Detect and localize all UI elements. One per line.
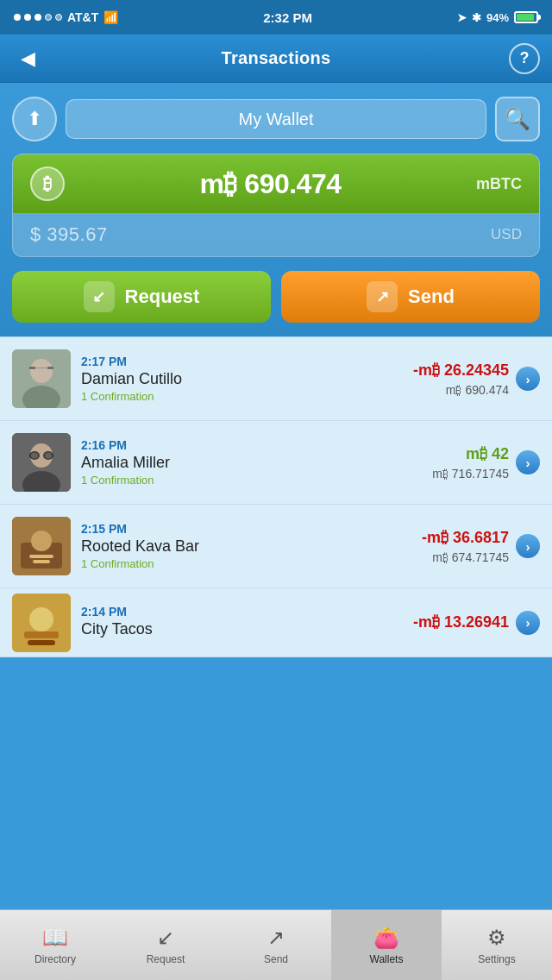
tx-time: 2:16 PM <box>81 438 432 452</box>
btc-balance-row: ₿ m₿ 690.474 mBTC <box>13 154 539 213</box>
tx-confirm: 1 Confirmation <box>81 557 422 570</box>
main-content: ⬆ My Wallet 🔍 ₿ m₿ 690.474 mBTC $ 395.67… <box>0 83 552 336</box>
tx-name: Damian Cutillo <box>81 370 413 388</box>
location-icon: ➤ <box>457 11 467 24</box>
svg-point-12 <box>45 453 52 459</box>
tab-send[interactable]: ↗ Send <box>221 910 331 980</box>
tab-directory[interactable]: 📖 Directory <box>0 910 110 980</box>
status-bar: AT&T 📶 2:32 PM ➤ ✱ 94% <box>0 0 552 35</box>
tx-confirm: 1 Confirmation <box>81 390 413 403</box>
avatar <box>12 594 71 652</box>
transaction-info: 2:14 PM City Tacos <box>81 605 413 640</box>
status-right: ➤ ✱ 94% <box>457 11 538 24</box>
share-button[interactable]: ⬆ <box>12 97 57 141</box>
tx-time: 2:17 PM <box>81 355 413 368</box>
carrier-label: AT&T <box>67 10 98 24</box>
settings-tab-icon: ⚙ <box>487 926 506 950</box>
svg-point-11 <box>31 453 38 459</box>
table-row[interactable]: 2:15 PM Rooted Kava Bar 1 Confirmation -… <box>0 505 552 588</box>
bitcoin-icon: ₿ <box>30 166 65 201</box>
request-icon: ↙ <box>84 281 115 312</box>
usd-unit: USD <box>491 226 522 243</box>
svg-point-19 <box>29 607 53 631</box>
tab-wallets[interactable]: 👛 Wallets <box>331 910 442 980</box>
transaction-info: 2:17 PM Damian Cutillo 1 Confirmation <box>81 355 413 403</box>
tx-detail-button[interactable]: › <box>516 534 540 558</box>
tx-amounts: m₿ 42 m₿ 716.71745 <box>432 445 509 481</box>
avatar <box>12 349 71 408</box>
request-button[interactable]: ↙ Request <box>12 271 271 323</box>
usd-amount: $ 395.67 <box>30 223 108 246</box>
tx-amounts: -m₿ 36.6817 m₿ 674.71745 <box>422 529 509 564</box>
tx-amount: -m₿ 13.26941 <box>413 613 509 631</box>
tx-detail-button[interactable]: › <box>516 367 540 391</box>
tab-wallets-label: Wallets <box>370 953 404 965</box>
svg-rect-16 <box>29 555 53 558</box>
svg-point-15 <box>31 531 52 551</box>
tab-request[interactable]: ↙ Request <box>110 910 221 980</box>
table-row[interactable]: 2:14 PM City Tacos -m₿ 13.26941 › <box>0 588 552 657</box>
balance-card: ₿ m₿ 690.474 mBTC $ 395.67 USD <box>12 154 540 257</box>
wallet-header-row: ⬆ My Wallet 🔍 <box>12 97 540 141</box>
btc-unit: mBTC <box>476 175 522 193</box>
tab-settings[interactable]: ⚙ Settings <box>442 910 552 980</box>
tx-name: Rooted Kava Bar <box>81 537 422 556</box>
svg-rect-17 <box>33 560 50 563</box>
usd-balance-row: $ 395.67 USD <box>13 213 539 256</box>
battery-icon <box>514 11 538 23</box>
tx-balance: m₿ 716.71745 <box>432 467 509 481</box>
tab-settings-label: Settings <box>478 953 515 965</box>
bluetooth-icon: ✱ <box>472 11 481 24</box>
search-icon: 🔍 <box>505 107 530 131</box>
directory-icon: 📖 <box>42 926 68 950</box>
search-button[interactable]: 🔍 <box>495 97 540 141</box>
send-icon: ↗ <box>367 281 398 312</box>
status-time: 2:32 PM <box>263 10 312 25</box>
svg-rect-21 <box>28 640 55 645</box>
send-label: Send <box>408 286 455 308</box>
tx-time: 2:14 PM <box>81 605 413 619</box>
table-row[interactable]: 2:17 PM Damian Cutillo 1 Confirmation -m… <box>0 337 552 421</box>
btc-amount: m₿ 690.474 <box>199 168 341 200</box>
action-buttons: ↙ Request ↗ Send <box>12 271 540 323</box>
transaction-info: 2:15 PM Rooted Kava Bar 1 Confirmation <box>81 522 422 570</box>
tx-name: Amalia Miller <box>81 454 432 472</box>
svg-rect-5 <box>29 368 53 368</box>
share-icon: ⬆ <box>27 108 42 130</box>
tab-directory-label: Directory <box>34 953 76 965</box>
avatar <box>12 433 71 492</box>
tx-detail-button[interactable]: › <box>516 611 540 635</box>
tx-detail-button[interactable]: › <box>516 450 540 474</box>
tx-amount: -m₿ 26.24345 <box>413 361 509 380</box>
nav-bar: ◀ Transactions ? <box>0 35 552 83</box>
table-row[interactable]: 2:16 PM Amalia Miller 1 Confirmation m₿ … <box>0 421 552 505</box>
tx-amounts: -m₿ 26.24345 m₿ 690.474 <box>413 361 509 397</box>
tx-amount: m₿ 42 <box>466 445 509 463</box>
page-title: Transactions <box>222 48 331 68</box>
svg-point-1 <box>30 359 53 383</box>
wallet-name-label: My Wallet <box>238 110 313 129</box>
avatar <box>12 517 71 575</box>
request-tab-icon: ↙ <box>157 926 174 950</box>
tx-amount: -m₿ 36.6817 <box>422 529 509 547</box>
help-button[interactable]: ? <box>509 43 540 74</box>
wallets-tab-icon: 👛 <box>373 926 399 950</box>
wallet-name-bar[interactable]: My Wallet <box>66 99 486 139</box>
signal-dots <box>14 14 62 21</box>
tx-amounts: -m₿ 13.26941 <box>413 613 509 631</box>
tx-name: City Tacos <box>81 620 413 638</box>
tab-bar: 📖 Directory ↙ Request ↗ Send 👛 Wallets ⚙… <box>0 909 552 980</box>
tab-send-label: Send <box>264 953 288 965</box>
tx-time: 2:15 PM <box>81 522 422 536</box>
svg-rect-20 <box>24 631 59 638</box>
send-button[interactable]: ↗ Send <box>281 271 540 323</box>
tx-confirm: 1 Confirmation <box>81 474 432 487</box>
battery-label: 94% <box>486 11 509 24</box>
tx-balance: m₿ 674.71745 <box>432 550 509 564</box>
request-label: Request <box>125 286 200 308</box>
tab-request-label: Request <box>147 953 185 965</box>
back-button[interactable]: ◀ <box>12 43 43 74</box>
transactions-list: 2:17 PM Damian Cutillo 1 Confirmation -m… <box>0 336 552 657</box>
wifi-icon: 📶 <box>104 10 118 24</box>
send-tab-icon: ↗ <box>267 926 285 950</box>
